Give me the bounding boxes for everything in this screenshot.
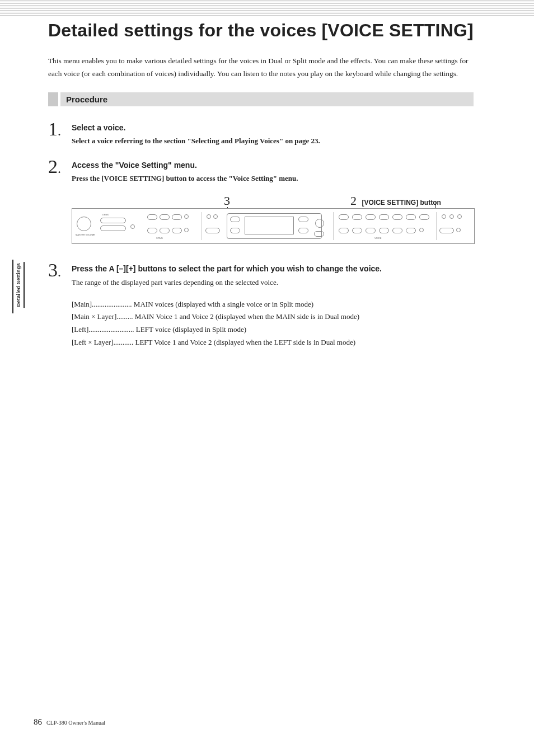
panel-button: [147, 214, 157, 220]
panel-button: [160, 228, 170, 233]
panel-voice-button: [352, 228, 362, 233]
panel-slider-1: [100, 226, 126, 231]
panel-voice-button: [379, 214, 389, 220]
control-panel-illustration: MASTER VOLUME DEMO SONG: [72, 208, 475, 244]
def-key: [Main × Layer]: [72, 312, 116, 321]
callout-3: 3: [224, 194, 230, 208]
panel-diagram-wrap: 3 2 [VOICE SETTING] button MASTER VOLUME…: [72, 194, 474, 244]
panel-button: [147, 228, 157, 233]
def-dots: ......................: [92, 300, 132, 308]
side-tab-bar: [12, 260, 13, 313]
panel-voice-button: [419, 214, 429, 220]
panel-voice-button: [392, 228, 402, 233]
step-1-headline: Select a voice.: [72, 123, 474, 132]
panel-led: [184, 214, 189, 219]
panel-contrast-knob: [315, 219, 324, 228]
step-2-number: 2.: [48, 156, 72, 176]
def-key: [Main]: [72, 300, 92, 308]
panel-led: [184, 228, 189, 232]
page-title: Detailed settings for the voices [VOICE …: [48, 19, 474, 41]
def-dots: ...........: [113, 338, 133, 346]
panel-voice-button: [379, 228, 389, 233]
panel-button-a: [230, 217, 240, 222]
def-val: LEFT voice (displayed in Split mode): [136, 325, 246, 334]
panel-label: VOICE: [374, 237, 381, 240]
panel-led: [213, 214, 218, 219]
panel-voice-button: [366, 228, 376, 233]
panel-label: SONG: [156, 237, 163, 240]
step-2-sub: Press the [VOICE SETTING] button to acce…: [72, 173, 474, 185]
intro-paragraph: This menu enables you to make various de…: [48, 55, 474, 80]
panel-led: [442, 214, 446, 219]
def-val: MAIN Voice 1 and Voice 2 (displayed when…: [135, 312, 359, 321]
callout-2: 2 [VOICE SETTING] button: [350, 194, 441, 208]
step-3: 3. Press the A [–][+] buttons to select …: [48, 260, 474, 289]
def-row: [Left × Layer]........... LEFT Voice 1 a…: [72, 336, 474, 349]
panel-button: [298, 217, 308, 222]
panel-master-knob: [77, 217, 91, 231]
panel-button: [160, 214, 170, 220]
panel-button: [314, 231, 324, 237]
def-row: [Main × Layer]......... MAIN Voice 1 and…: [72, 311, 474, 323]
panel-voice-button: [339, 214, 349, 220]
panel-label: MASTER VOLUME: [76, 233, 95, 236]
step-2: 2. Access the "Voice Setting" menu. Pres…: [48, 156, 474, 185]
page-content: Detailed settings for the voices [VOICE …: [48, 19, 474, 349]
panel-voice-button: [392, 214, 402, 220]
side-tab: Detailed Settings: [16, 263, 21, 307]
def-key: [Left × Layer]: [72, 338, 113, 346]
panel-voice-button: [406, 214, 416, 220]
step-1-number: 1.: [48, 119, 72, 139]
step-1-sub: Select a voice referring to the section …: [72, 135, 474, 147]
panel-led: [449, 214, 454, 219]
panel-voice-button: [352, 214, 362, 220]
top-hairlines: [0, 0, 534, 16]
def-row: [Left]......................... LEFT voi…: [72, 323, 474, 336]
panel-button: [205, 228, 220, 233]
panel-slider-2: [100, 218, 126, 223]
definition-list: [Main]...................... MAIN voices…: [72, 298, 474, 349]
panel-button: [172, 228, 182, 233]
section-heading-label: Procedure: [60, 92, 474, 106]
footer-text: CLP-380 Owner's Manual: [46, 720, 105, 726]
panel-led: [457, 214, 462, 219]
panel-led: [456, 228, 461, 232]
page-footer: 86 CLP-380 Owner's Manual: [34, 717, 105, 727]
step-2-headline: Access the "Voice Setting" menu.: [72, 161, 474, 170]
panel-led: [207, 214, 211, 219]
panel-lcd-screen: [245, 217, 294, 234]
panel-button: [439, 228, 454, 233]
panel-button: [172, 214, 182, 220]
panel-led: [419, 228, 424, 232]
section-heading-accent: [48, 92, 58, 106]
def-dots: .........................: [88, 325, 134, 334]
panel-label: DEMO: [102, 213, 109, 216]
def-dots: .........: [116, 312, 133, 321]
panel-voice-button: [366, 214, 376, 220]
step-3-number: 3.: [48, 260, 72, 280]
panel-led: [130, 224, 135, 229]
def-val: LEFT Voice 1 and Voice 2 (displayed when…: [135, 338, 355, 346]
def-key: [Left]: [72, 325, 88, 334]
def-row: [Main]...................... MAIN voices…: [72, 298, 474, 311]
section-heading: Procedure: [48, 92, 474, 106]
step-3-paragraph: The range of the displayed part varies d…: [72, 276, 474, 289]
step-3-headline: Press the A [–][+] buttons to select the…: [72, 264, 474, 273]
page-number: 86: [34, 717, 42, 727]
panel-button: [230, 228, 240, 233]
def-val: MAIN voices (displayed with a single voi…: [134, 300, 313, 308]
panel-button: [298, 228, 308, 233]
step-1: 1. Select a voice. Select a voice referr…: [48, 119, 474, 147]
panel-voice-button: [339, 228, 349, 233]
callout-2-label: [VOICE SETTING] button: [362, 199, 441, 206]
panel-voice-button: [406, 228, 416, 233]
